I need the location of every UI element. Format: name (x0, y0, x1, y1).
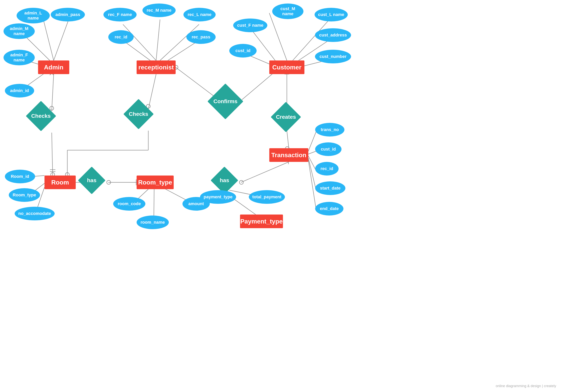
svg-line-0 (43, 18, 54, 60)
customer-entity: Customer (269, 60, 304, 74)
attr-trans-cust-id: cust_id (315, 142, 341, 156)
attr-admin-mname: admin_Mname (3, 23, 35, 39)
attr-room-type: Room_type (9, 188, 40, 202)
svg-line-57 (308, 160, 316, 210)
attr-admin-id: admin_id (5, 84, 34, 98)
admin-entity: Admin (38, 60, 69, 74)
room-entity: Room (45, 175, 76, 189)
attr-rec-mname: rec_M name (142, 3, 176, 17)
attr-admin-fname: admin_Fname (3, 50, 35, 65)
svg-line-36 (269, 13, 287, 60)
attr-no-accomodate: no_accomodate (15, 207, 55, 220)
svg-point-28 (107, 180, 111, 184)
has2-relationship: has (211, 167, 238, 194)
confirms-relationship: Confirms (207, 83, 243, 119)
checks2-relationship: Checks (123, 99, 154, 129)
attr-rec-pass: rec_pass (186, 30, 216, 44)
svg-line-54 (308, 151, 316, 154)
attr-rec-lname: rec_L name (183, 8, 216, 22)
creates-relationship: Creates (271, 102, 301, 132)
payment-type-entity: Payment_type (240, 215, 283, 228)
svg-point-8 (50, 106, 54, 110)
svg-line-14 (156, 20, 160, 60)
attr-cust-lname: cust_L name (315, 8, 348, 22)
room-type-entity: Room_type (137, 175, 174, 189)
attr-admin-lname: admin_Lname (17, 8, 50, 23)
svg-line-5 (52, 74, 54, 111)
attr-payment-type: payment_type (200, 190, 236, 204)
attr-rec-fname: rec_F name (104, 8, 137, 22)
attr-cust-number: cust_number (315, 50, 351, 63)
attr-start-date: start_date (315, 181, 345, 195)
attr-cust-mname: cust_Mname (272, 3, 304, 19)
svg-line-58 (241, 162, 289, 182)
transaction-entity: Transaction (269, 148, 308, 162)
attr-room-id: Room_id (5, 170, 35, 183)
svg-line-53 (308, 132, 316, 151)
attr-cust-id: cust_id (229, 44, 257, 58)
svg-line-55 (308, 156, 316, 171)
attr-total-payment: total_payment (249, 190, 285, 204)
attr-trans-rec-id: rec_id (315, 162, 339, 175)
svg-line-18 (148, 74, 156, 109)
svg-point-60 (239, 180, 243, 184)
attr-cust-fname: cust_F name (233, 19, 267, 32)
svg-line-50 (287, 131, 289, 148)
checks1-relationship: Checks (26, 101, 56, 131)
svg-line-56 (308, 158, 316, 190)
svg-line-9 (52, 133, 53, 175)
svg-line-42 (176, 67, 219, 100)
watermark: online diagramming & design | creately (496, 384, 556, 388)
receptionist-entity: receptionist (137, 60, 176, 74)
attr-cust-address: cust_address (315, 28, 351, 42)
attr-admin-pass: admin_pass (51, 8, 85, 22)
attr-room-name: room_name (137, 216, 169, 229)
svg-line-40 (250, 28, 275, 60)
attr-trans-no: trans_no (315, 123, 344, 137)
attr-room-code: room_code (113, 197, 145, 211)
attr-rec-id: rec_id (108, 30, 134, 44)
has1-relationship: has (78, 167, 105, 194)
svg-line-1 (54, 18, 69, 60)
attr-end-date: end_date (315, 202, 343, 216)
